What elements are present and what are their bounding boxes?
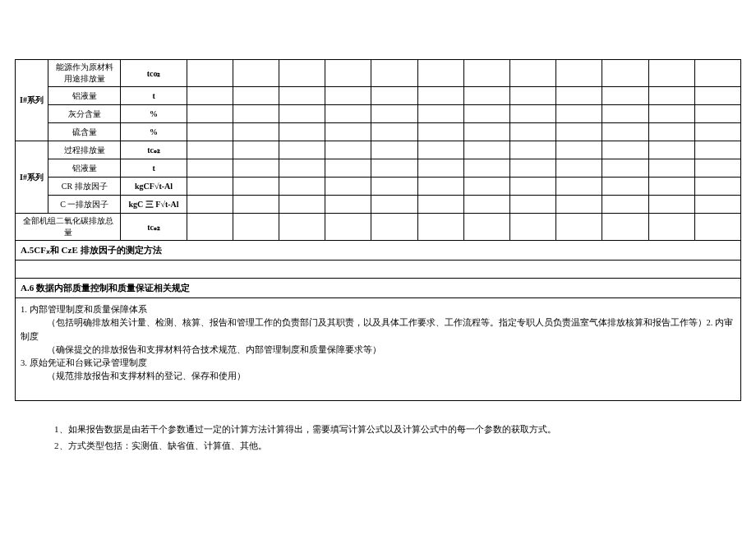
cell (556, 60, 602, 87)
row-unit: tco₂ (121, 60, 187, 87)
cell (279, 60, 325, 87)
a6-line3-sub: （规范排放报告和支撑材料的登记、保存和使用） (21, 370, 735, 383)
row-unit: % (121, 123, 187, 141)
a6-line1-sub: （包括明确排放相关计量、检测、核算、报告和管理工作的负责部门及其职责，以及具体工… (21, 316, 735, 344)
row-unit: kgCF√t-Al (121, 178, 187, 196)
row-unit: t (121, 87, 187, 105)
a6-line1: 1. 内部管理制度和质量保障体系 (21, 303, 735, 316)
cell (187, 60, 233, 87)
row-unit: t (121, 159, 187, 178)
row-label: CR 排放因子 (48, 178, 121, 196)
cell (417, 60, 463, 87)
footnote-1: 1、如果报告数据是由若干个参数通过一定的计算方法计算得出，需要填写计算公式以及计… (54, 421, 741, 438)
cell (463, 60, 509, 87)
group-b-head: I#系列 (16, 141, 48, 214)
cell (648, 60, 694, 87)
row-label: 灰分含量 (48, 105, 121, 123)
row-label: 过程排放量 (48, 141, 121, 159)
section-a5-body (16, 261, 741, 279)
group-a-head: I#系列 (16, 60, 48, 141)
cell (602, 60, 648, 87)
cell (233, 60, 279, 87)
row-unit: % (121, 105, 187, 123)
row-unit: kgC 三 F√t-Al (121, 196, 187, 214)
section-a6-title: A.6 数据内部质量控制和质量保证相关规定 (16, 279, 741, 298)
total-row-label: 全部机组二氧化碳排放总量 (16, 214, 121, 241)
footnotes: 1、如果报告数据是由若干个参数通过一定的计算方法计算得出，需要填写计算公式以及计… (54, 421, 741, 455)
emission-table: I#系列 能源作为原材料用途排放量 tco₂ 铝液量 t 灰分含量 % 硫含量 … (15, 59, 741, 401)
a6-line2-sub: （确保提交的排放报告和支撑材料符合技术规范、内部管理制度和质量保障要求等） (21, 344, 735, 357)
cell (694, 60, 740, 87)
cell (325, 60, 371, 87)
a6-line3: 3. 原始凭证和台账记录管理制度 (21, 357, 735, 370)
row-label: 铝液量 (48, 159, 121, 178)
total-row-unit: tcₒ₂ (121, 214, 187, 241)
section-a5-title: A.5CFₓ和 CzE 排放因子的测定方法 (16, 241, 741, 261)
cell (510, 60, 556, 87)
row-label: C 一排放因子 (48, 196, 121, 214)
row-label: 能源作为原材料用途排放量 (48, 60, 121, 87)
row-label: 铝液量 (48, 87, 121, 105)
row-label: 硫含量 (48, 123, 121, 141)
row-unit: tcₒ₂ (121, 141, 187, 159)
cell (371, 60, 417, 87)
section-a6-body: 1. 内部管理制度和质量保障体系 （包括明确排放相关计量、检测、核算、报告和管理… (16, 298, 741, 401)
footnote-2: 2、方式类型包括：实测值、缺省值、计算值、其他。 (54, 437, 741, 454)
